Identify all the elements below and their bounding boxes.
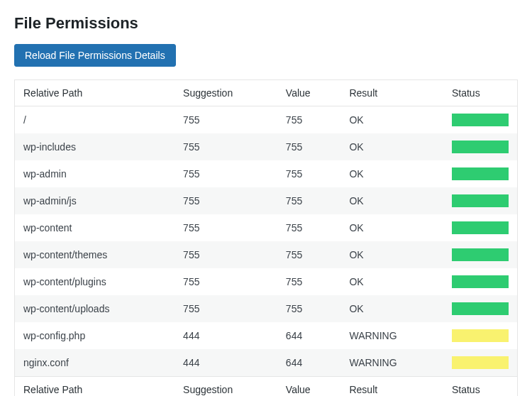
cell-result: OK (340, 187, 443, 214)
cell-status (443, 187, 518, 214)
reload-button[interactable]: Reload File Permissions Details (14, 44, 176, 67)
table-row: wp-admin/js 755 755 OK (15, 187, 518, 214)
header-suggestion: Suggestion (174, 80, 277, 106)
status-badge (452, 329, 509, 342)
footer-result: Result (340, 377, 443, 397)
cell-value: 644 (277, 322, 341, 349)
cell-value: 755 (277, 187, 341, 214)
table-row: wp-content/uploads 755 755 OK (15, 295, 518, 322)
cell-suggestion: 755 (174, 187, 277, 214)
cell-suggestion: 444 (174, 349, 277, 377)
table-footer: Relative Path Suggestion Value Result St… (15, 377, 518, 397)
cell-path: wp-admin (15, 160, 175, 187)
cell-status (443, 241, 518, 268)
footer-value: Value (277, 377, 341, 397)
status-badge (452, 194, 509, 207)
status-badge (452, 248, 509, 261)
status-badge (452, 114, 509, 126)
cell-status (443, 160, 518, 187)
table-row: wp-content/plugins 755 755 OK (15, 268, 518, 295)
cell-suggestion: 755 (174, 106, 277, 134)
cell-status (443, 133, 518, 160)
header-status: Status (443, 80, 518, 106)
cell-result: OK (340, 133, 443, 160)
cell-path: wp-content/themes (15, 241, 175, 268)
cell-value: 755 (277, 295, 341, 322)
cell-path: / (15, 106, 175, 134)
table-row: nginx.conf 444 644 WARNING (15, 349, 518, 377)
cell-result: WARNING (340, 349, 443, 377)
cell-status (443, 214, 518, 241)
header-value: Value (277, 80, 341, 106)
cell-suggestion: 755 (174, 295, 277, 322)
footer-suggestion: Suggestion (174, 377, 277, 397)
footer-status: Status (443, 377, 518, 397)
cell-suggestion: 755 (174, 268, 277, 295)
cell-result: WARNING (340, 322, 443, 349)
cell-result: OK (340, 268, 443, 295)
cell-value: 755 (277, 214, 341, 241)
cell-suggestion: 755 (174, 160, 277, 187)
cell-value: 755 (277, 133, 341, 160)
table-header: Relative Path Suggestion Value Result St… (15, 80, 518, 106)
cell-suggestion: 755 (174, 241, 277, 268)
table-row: wp-content/themes 755 755 OK (15, 241, 518, 268)
status-badge (452, 141, 509, 153)
status-badge (452, 356, 509, 369)
cell-value: 644 (277, 349, 341, 377)
cell-path: wp-content (15, 214, 175, 241)
cell-path: wp-config.php (15, 322, 175, 349)
cell-value: 755 (277, 160, 341, 187)
cell-result: OK (340, 214, 443, 241)
cell-value: 755 (277, 106, 341, 134)
status-badge (452, 221, 509, 234)
cell-result: OK (340, 106, 443, 134)
cell-status (443, 349, 518, 377)
file-permissions-table: Relative Path Suggestion Value Result St… (14, 79, 518, 396)
table-row: wp-content 755 755 OK (15, 214, 518, 241)
page-title: File Permissions (14, 14, 518, 33)
status-badge (452, 302, 509, 315)
table-body: / 755 755 OK wp-includes 755 755 OK wp-a… (15, 106, 518, 377)
cell-path: wp-content/uploads (15, 295, 175, 322)
table-row: wp-admin 755 755 OK (15, 160, 518, 187)
cell-suggestion: 755 (174, 214, 277, 241)
status-badge (452, 167, 509, 180)
cell-path: nginx.conf (15, 349, 175, 377)
table-row: wp-config.php 444 644 WARNING (15, 322, 518, 349)
cell-result: OK (340, 241, 443, 268)
cell-suggestion: 755 (174, 133, 277, 160)
header-path: Relative Path (15, 80, 175, 106)
cell-result: OK (340, 160, 443, 187)
cell-status (443, 322, 518, 349)
header-result: Result (340, 80, 443, 106)
footer-path: Relative Path (15, 377, 175, 397)
cell-result: OK (340, 295, 443, 322)
cell-status (443, 295, 518, 322)
cell-status (443, 106, 518, 134)
cell-suggestion: 444 (174, 322, 277, 349)
cell-status (443, 268, 518, 295)
table-row: wp-includes 755 755 OK (15, 133, 518, 160)
cell-path: wp-admin/js (15, 187, 175, 214)
table-row: / 755 755 OK (15, 106, 518, 134)
cell-path: wp-content/plugins (15, 268, 175, 295)
cell-value: 755 (277, 268, 341, 295)
cell-path: wp-includes (15, 133, 175, 160)
status-badge (452, 275, 509, 288)
cell-value: 755 (277, 241, 341, 268)
